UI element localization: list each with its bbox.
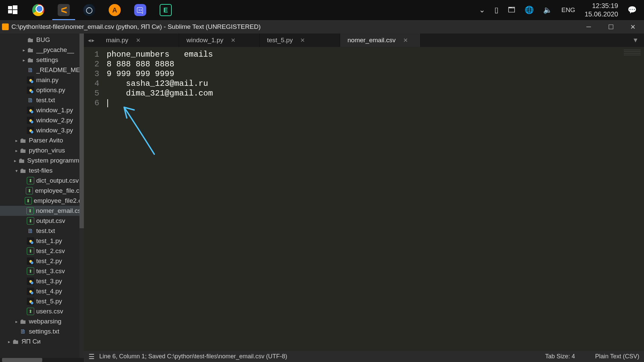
tabbar[interactable]: ◂▸ main.py✕window_1.py✕test_5.py✕nomer_e… [84,34,644,47]
disclosure-arrow-icon[interactable]: ▸ [7,339,11,344]
tray-time: 12:35:19 [585,2,618,10]
tab-close-icon[interactable]: ✕ [300,37,305,44]
file-node-test-txt[interactable]: test.txt [0,95,84,105]
disclosure-arrow-icon[interactable]: ▾ [14,168,19,173]
tab-close-icon[interactable]: ✕ [136,37,141,44]
file-node-users-csv[interactable]: users.csv [0,306,84,316]
tray-chevron-icon[interactable]: ⌄ [479,6,485,14]
disclosure-arrow-icon[interactable]: ▸ [21,58,26,63]
tab-main-py[interactable]: main.py✕ [99,34,179,47]
file-node-test-5-py[interactable]: test_5.py [0,296,84,306]
tab-label: window_1.py [186,37,223,44]
tray-network-icon[interactable]: 🌐 [525,6,534,14]
file-node-output-csv[interactable]: output.csv [0,216,84,226]
tree-item-label: employee_file.csv [35,187,84,194]
file-node-test-3-csv[interactable]: test_3.csv [0,266,84,276]
taskbar-app-chrome[interactable] [25,0,51,20]
disclosure-arrow-icon[interactable]: ▸ [14,148,19,153]
code-line[interactable]: phone_numbers emails [107,50,644,59]
statusbar-menu-icon[interactable]: ☰ [89,353,95,361]
disclosure-arrow-icon[interactable]: ▸ [21,48,26,53]
disclosure-arrow-icon[interactable]: ▸ [14,138,19,143]
tray-language[interactable]: ENG [561,6,575,14]
file-node-dict-output-csv[interactable]: dict_output.csv [0,176,84,186]
folder-node--pycache-[interactable]: ▸__pycache__ [0,45,84,55]
minimize-button[interactable]: ─ [578,20,600,34]
taskbar-app-discord[interactable] [127,0,153,20]
file-node-employee-file2-csv[interactable]: employee_file2.csv [0,196,84,206]
folder-node-python-virus[interactable]: ▸python_virus [0,145,84,156]
tray-clock[interactable]: 12:35:19 15.06.2020 [585,2,618,18]
taskbar-app-aimp[interactable]: A [102,0,127,20]
line-number: 2 [84,59,99,69]
txt-icon [27,227,34,235]
sidebar-hscroll[interactable] [0,358,84,362]
sidebar-vscroll[interactable] [79,34,84,358]
code-line[interactable]: sasha_123@mail.ru [107,79,644,88]
tree-item-label: test_1.py [36,237,62,245]
folder-node-bug[interactable]: BUG [0,35,84,45]
tab-close-icon[interactable]: ✕ [403,37,408,44]
nav-fwd-icon[interactable]: ▸ [92,37,95,44]
file-node-test-4-py[interactable]: test_4.py [0,286,84,296]
code-editor[interactable]: 123456 phone_numbers emails8 888 888 888… [84,47,644,351]
taskbar-app-epic[interactable]: E [153,0,178,20]
titlebar[interactable]: C:\python\test-files\nomer_email.csv (py… [0,20,644,34]
folder-node-settings[interactable]: ▸settings [0,55,84,65]
tray-notifications-icon[interactable]: 💬 [628,6,637,14]
disclosure-arrow-icon[interactable]: ▸ [14,319,19,324]
tray-battery-icon[interactable]: 🗔 [508,6,515,14]
tab-nomer-email-csv[interactable]: nomer_email.csv✕ [340,34,421,47]
file-node-options-py[interactable]: options.py [0,85,84,95]
file-node-nomer-email-csv[interactable]: nomer_email.csv [0,206,84,216]
file-tree[interactable]: BUG▸__pycache__▸settings_README_MEmain.p… [0,34,84,358]
tab-nav-arrows[interactable]: ◂▸ [84,34,99,47]
file-node-test-2-py[interactable]: test_2.py [0,256,84,266]
tray-device-icon[interactable]: ▯ [494,6,498,14]
file-node-test-txt[interactable]: test.txt [0,226,84,236]
file-node-window-3-py[interactable]: window_3.py [0,125,84,135]
folder-node-parser-avito[interactable]: ▸Parser Avito [0,135,84,145]
sidebar[interactable]: BUG▸__pycache__▸settings_README_MEmain.p… [0,34,84,362]
folder-icon [19,318,27,325]
minimap[interactable] [624,50,641,56]
status-syntax[interactable]: Plain Text (CSV) [595,353,639,360]
status-tabsize[interactable]: Tab Size: 4 [545,353,575,360]
code-line[interactable]: 8 888 888 8888 [107,59,644,69]
file-node-settings-txt[interactable]: settings.txt [0,326,84,337]
file-node-test-2-csv[interactable]: test_2.csv [0,246,84,256]
file-node-employee-file-csv[interactable]: employee_file.csv [0,186,84,196]
file-node-window-1-py[interactable]: window_1.py [0,105,84,115]
file-node-test-1-py[interactable]: test_1.py [0,236,84,246]
code-line[interactable] [107,98,644,108]
maximize-button[interactable]: ☐ [600,20,622,34]
folder-node-webparsing[interactable]: ▸webparsing [0,316,84,326]
file-node--readme-me[interactable]: _README_ME [0,65,84,75]
nav-back-icon[interactable]: ◂ [88,37,91,44]
sublime-icon [58,4,70,16]
taskbar-app-sublime[interactable] [51,0,76,20]
disclosure-arrow-icon[interactable]: ▸ [13,158,17,163]
code-content[interactable]: phone_numbers emails8 888 888 88889 999 … [104,47,644,351]
close-button[interactable]: ✕ [622,20,644,34]
folder-icon [19,137,27,144]
code-line[interactable]: 9 999 999 9999 [107,69,644,79]
tree-item-label: settings.txt [29,328,59,335]
file-node-test-3-py[interactable]: test_3.py [0,276,84,286]
folder-node--[interactable]: ▸ЯП Си [0,337,84,347]
code-line[interactable]: dima_321@gmail.com [107,88,644,98]
start-button[interactable] [0,0,25,20]
py-icon [27,237,34,245]
statusbar[interactable]: ☰ Line 6, Column 1; Saved C:\python\test… [84,351,644,362]
system-tray: ⌄ ▯ 🗔 🌐 🔈 ENG 12:35:19 15.06.2020 💬 [479,2,644,18]
taskbar-app-steam[interactable]: ◯ [76,0,102,20]
file-node-window-2-py[interactable]: window_2.py [0,115,84,125]
tab-window-1-py[interactable]: window_1.py✕ [179,34,260,47]
tab-overflow-icon[interactable]: ▼ [627,34,644,47]
tab-test-5-py[interactable]: test_5.py✕ [260,34,340,47]
tab-close-icon[interactable]: ✕ [231,37,235,44]
folder-node-test-files[interactable]: ▾test-files [0,166,84,176]
folder-node-system-programming[interactable]: ▸System programming [0,156,84,166]
tray-volume-icon[interactable]: 🔈 [543,6,552,14]
file-node-main-py[interactable]: main.py [0,75,84,85]
